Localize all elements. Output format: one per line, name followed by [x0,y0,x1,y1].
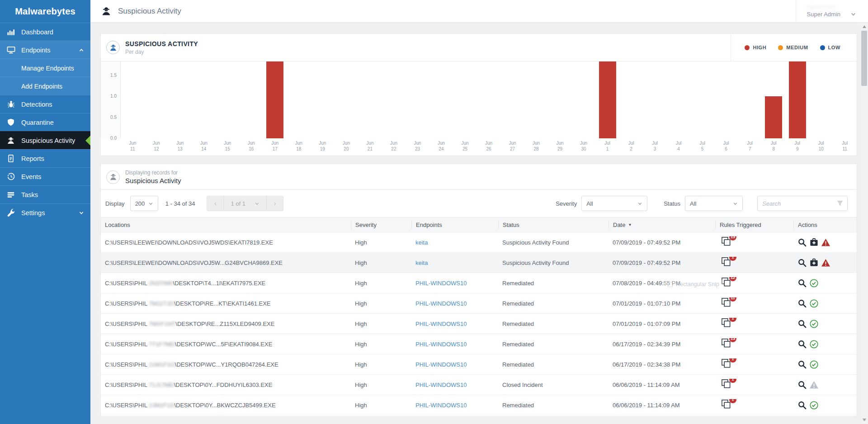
check-green-icon[interactable] [809,339,819,349]
search-icon[interactable] [797,258,807,268]
search-icon[interactable] [797,299,807,308]
remediate-icon[interactable] [809,238,819,247]
column-header-endpoints[interactable]: Endpoints [411,220,498,229]
rules-triggered-icon[interactable]: 1 [721,358,731,369]
y-tick-label: 0.5 [110,115,117,120]
column-header-locations[interactable]: Locations [101,220,351,229]
table-row[interactable]: C:\USERS\PHIL 7MXF1NT\DESKTOP\RE...Z115X… [101,314,857,334]
severity-filter-select[interactable]: All [581,196,647,211]
table-row[interactable]: C:\USERS\PHIL 2N3TIM0\DESKTOP\T4...1I\EK… [101,273,857,293]
rules-triggered-icon[interactable]: 1 [721,379,731,389]
severity-cell: High [351,402,411,409]
scroll-up-arrow-icon[interactable] [863,25,866,28]
table-row[interactable]: C:\USERS\PHIL 21M1F1O\DESKTOP\WC...Y1RQO… [101,354,857,375]
status-filter-select[interactable]: All [685,196,743,211]
status-cell: Suspicious Activity Found [498,239,609,246]
sidebar-item-add-endpoints[interactable]: Add Endpoints [0,77,90,95]
x-tick-label: Jul4 [667,140,691,152]
endpoint-cell: keita [411,259,498,266]
table-row[interactable]: C:\USERS\PHIL 7T1F7MD\DESKTOP\WC...5F\EK… [101,334,857,354]
search-icon[interactable] [797,360,807,369]
check-green-icon[interactable] [809,319,819,329]
column-header-status[interactable]: Status [498,220,609,229]
sidebar-item-dashboard[interactable]: Dashboard [0,23,90,41]
chart-titles: SUSPICIOUS ACTIVITY Per day [125,40,198,55]
column-header-date[interactable]: Date▼ [609,220,715,229]
table-row[interactable]: C:\USERS\PHIL 7M11TJO\DESKTOP\RE...KT\EK… [101,293,857,314]
search-icon[interactable] [797,319,807,329]
rules-triggered-icon[interactable]: 12 [721,277,731,287]
search-input[interactable] [762,200,836,207]
status-cell: Closed Incident [498,382,609,388]
scroll-down-arrow-icon[interactable] [863,419,866,421]
endpoint-link[interactable]: PHIL-WINDOWS10 [415,402,467,409]
table-row[interactable]: C:\USERS\PHIL 2JM1F1D\DESKTOP\0Y...BKWCZ… [101,395,857,415]
legend-label: HIGH [753,45,766,50]
actions-cell [793,319,857,329]
sidebar-item-events[interactable]: Events [0,167,90,185]
x-tick-label: Jul8 [762,140,786,152]
sidebar-item-quarantine[interactable]: Quarantine [0,113,90,131]
scrollbar-thumb[interactable] [861,31,867,86]
sidebar-item-detections[interactable]: Detections [0,95,90,113]
location-cell: C:\USERS\PHIL 7MXF1NT\DESKTOP\RE...Z115X… [101,320,351,327]
sidebar-item-endpoints[interactable]: Endpoints [0,41,90,59]
sidebar-item-settings[interactable]: Settings [0,203,90,221]
table-row[interactable]: C:\USERS\LEEWEI\DOWNLOADS\IVOJ5WDS\EKATI… [101,232,857,253]
page-indicator[interactable]: 1 of 1 [223,196,267,211]
endpoint-link[interactable]: PHIL-WINDOWS10 [415,382,467,388]
rules-triggered-icon[interactable]: 1 [721,399,731,410]
table-row[interactable]: C:\USERS\PHIL 71J17MD\DESKTOP\0Y...FDDHU… [101,375,857,395]
table-row[interactable]: C:\USERS\LEEWEI\DOWNLOADS\IVOJ5W...G24BV… [101,253,857,273]
search-icon[interactable] [797,339,807,349]
sidebar-item-reports[interactable]: Reports [0,149,90,167]
x-tick-label: Jun13 [168,140,192,152]
rules-triggered-icon[interactable]: 11 [721,297,731,308]
legend-dot-low [820,45,825,50]
sidebar-item-suspicious-activity[interactable]: Suspicious Activity [0,131,90,149]
next-page-button[interactable]: › [267,199,283,207]
column-header-rules-triggered[interactable]: Rules Triggered [715,220,793,229]
check-green-icon[interactable] [809,360,819,369]
search-icon[interactable] [797,380,807,390]
user-role: Super Admin [807,11,840,18]
legend-label: MEDIUM [786,45,808,50]
spy-icon [101,6,111,16]
user-menu[interactable]: Admin User Super Admin [796,0,868,22]
sidebar-item-tasks[interactable]: Tasks [0,185,90,203]
remediate-icon[interactable] [809,258,819,268]
records-context: Displaying records for Suspicious Activi… [125,170,181,184]
records-range: 1 - 34 of 34 [165,200,195,207]
endpoint-link[interactable]: PHIL-WINDOWS10 [415,361,467,368]
filter-funnel-icon[interactable] [836,200,844,207]
rules-triggered-icon[interactable]: 1 [721,318,731,328]
table-header: Locations Severity Endpoints Status Date… [101,217,857,232]
search-icon[interactable] [797,278,807,288]
page-size-select[interactable]: 200 [130,196,158,211]
column-header-severity[interactable]: Severity [351,220,411,229]
alert-red-icon[interactable] [821,258,830,268]
endpoint-link[interactable]: PHIL-WINDOWS10 [415,300,467,307]
search-icon[interactable] [797,238,807,247]
vertical-scrollbar[interactable] [860,23,868,424]
search-icon[interactable] [797,400,807,410]
check-green-icon[interactable] [809,278,819,288]
sidebar-item-manage-endpoints[interactable]: Manage Endpoints [0,59,90,77]
endpoint-link[interactable]: keita [415,259,428,266]
alert-red-icon[interactable] [821,238,830,247]
prev-page-button[interactable]: ‹ [207,199,223,207]
rules-triggered-icon[interactable]: 1 [721,257,731,267]
alert-gray-icon[interactable] [809,380,819,390]
page-indicator-label: 1 of 1 [231,200,245,207]
endpoint-link[interactable]: keita [415,239,428,246]
check-green-icon[interactable] [809,299,819,308]
endpoint-link[interactable]: PHIL-WINDOWS10 [415,341,467,348]
rules-triggered-icon[interactable]: 13 [721,338,731,349]
column-header-actions[interactable]: Actions [793,220,857,229]
rules-triggered-icon[interactable]: 13 [721,236,731,247]
y-tick-label: 0.0 [110,136,117,141]
sidebar-item-label: Detections [21,101,52,108]
endpoint-link[interactable]: PHIL-WINDOWS10 [415,320,467,327]
endpoint-link[interactable]: PHIL-WINDOWS10 [415,280,467,287]
check-green-icon[interactable] [809,400,819,410]
